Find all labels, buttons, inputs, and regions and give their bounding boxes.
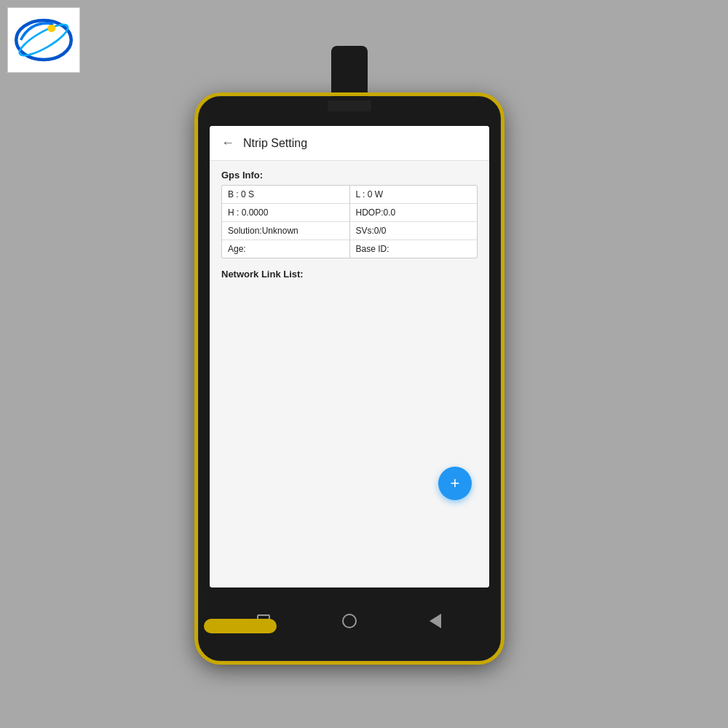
network-link-label: Network Link List:: [221, 269, 478, 280]
base-id-value: Base ID:: [350, 240, 478, 258]
back-button[interactable]: ←: [221, 135, 234, 151]
antenna: [331, 46, 368, 104]
scene: ← Ntrip Setting Gps Info: B : 0 S L : 0 …: [0, 0, 728, 728]
l-value: L : 0 W: [350, 186, 478, 203]
app-content: Gps Info: B : 0 S L : 0 W H : 0.0000 HDO…: [210, 161, 489, 587]
bracelet: [204, 619, 277, 633]
table-row: B : 0 S L : 0 W: [222, 186, 477, 204]
screen: ← Ntrip Setting Gps Info: B : 0 S L : 0 …: [210, 126, 489, 587]
table-row: H : 0.0000 HDOP:0.0: [222, 204, 477, 222]
nav-home-button[interactable]: [339, 611, 360, 631]
svs-value: SVs:0/0: [350, 222, 478, 240]
nav-back-button[interactable]: [425, 611, 446, 631]
device-wrapper: ← Ntrip Setting Gps Info: B : 0 S L : 0 …: [197, 36, 531, 692]
h-value: H : 0.0000: [222, 204, 350, 221]
hdop-value: HDOP:0.0: [350, 204, 478, 221]
logo: [7, 7, 80, 73]
svg-point-0: [16, 20, 71, 60]
gps-info-label: Gps Info:: [221, 170, 478, 181]
home-icon: [342, 614, 357, 628]
back-icon: [430, 614, 441, 628]
svg-point-2: [47, 24, 55, 32]
age-value: Age:: [222, 240, 350, 258]
gps-info-grid: B : 0 S L : 0 W H : 0.0000 HDOP:0.0 Solu…: [221, 185, 478, 258]
app-header: ← Ntrip Setting: [210, 126, 489, 161]
b-value: B : 0 S: [222, 186, 350, 203]
table-row: Age: Base ID:: [222, 240, 477, 258]
table-row: Solution:Unknown SVs:0/0: [222, 222, 477, 240]
device: ← Ntrip Setting Gps Info: B : 0 S L : 0 …: [197, 95, 502, 662]
page-title: Ntrip Setting: [243, 137, 307, 150]
add-button[interactable]: +: [438, 467, 472, 500]
solution-value: Solution:Unknown: [222, 222, 350, 240]
